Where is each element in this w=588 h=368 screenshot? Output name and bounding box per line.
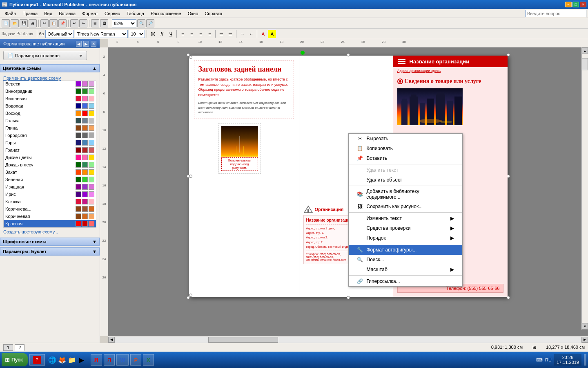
color-scheme-item[interactable]: Закат bbox=[4, 168, 96, 176]
paste-button[interactable]: 📌 bbox=[58, 19, 67, 27]
font-size-select[interactable]: 10 bbox=[129, 30, 145, 38]
color-scheme-item[interactable]: Зеленая bbox=[4, 176, 96, 183]
page-tab-1[interactable]: 1 bbox=[3, 344, 13, 351]
ctx-cut[interactable]: ✂ Вырезать bbox=[349, 134, 462, 144]
sel-bl[interactable] bbox=[189, 294, 192, 297]
sel-ml[interactable] bbox=[189, 175, 192, 178]
color-scheme-item[interactable]: Горы bbox=[4, 139, 96, 146]
menu-service[interactable]: Сервис bbox=[101, 10, 123, 17]
numbered-list-button[interactable]: ☰ bbox=[226, 30, 234, 38]
ctx-copy[interactable]: 📋 Копировать bbox=[349, 144, 462, 153]
scroll-down-button[interactable]: ▼ bbox=[582, 323, 588, 330]
copy-button[interactable]: 📋 bbox=[49, 19, 58, 27]
panel-back-button[interactable]: ◀ bbox=[76, 41, 82, 47]
color-scheme-item[interactable]: Красная bbox=[4, 220, 96, 227]
menu-table[interactable]: Таблица bbox=[123, 10, 147, 17]
menu-file[interactable]: Файл bbox=[2, 10, 19, 17]
font-color-button[interactable]: A bbox=[259, 30, 267, 38]
firefox-icon[interactable]: 🦊 bbox=[58, 356, 66, 364]
taskbar-word[interactable]: W bbox=[116, 354, 129, 366]
color-scheme-item[interactable]: Изящная bbox=[4, 183, 96, 191]
italic-button[interactable]: К bbox=[158, 30, 166, 38]
print-button[interactable]: 🖨 bbox=[29, 19, 37, 27]
font-schemes-section-title[interactable]: Шрифтовые схемы ▼ bbox=[0, 238, 100, 246]
ctx-order[interactable]: Порядок ▶ bbox=[349, 233, 462, 243]
align-left-button[interactable]: ≡ bbox=[178, 30, 187, 38]
ctx-hyperlink[interactable]: 🔗 Гиперссылка... bbox=[349, 276, 462, 286]
minimize-button[interactable]: − bbox=[565, 2, 572, 7]
align-right-button[interactable]: ≡ bbox=[196, 30, 205, 38]
panel-forward-button[interactable]: ▶ bbox=[83, 41, 89, 47]
zoom-select[interactable]: 82% bbox=[112, 19, 136, 27]
ctx-delete-obj[interactable]: Удалить объект bbox=[349, 175, 462, 185]
scroll-right-button[interactable]: ▶ bbox=[581, 337, 588, 343]
taskbar-excel[interactable]: X bbox=[143, 354, 154, 366]
ctx-change-text[interactable]: Изменить текст ▶ bbox=[349, 213, 462, 223]
zoom-in-button[interactable]: 🔍 bbox=[137, 19, 145, 27]
insert-image-button[interactable]: 🖼 bbox=[100, 19, 108, 27]
zoom-out-button[interactable]: 🔎 bbox=[146, 19, 154, 27]
decrease-indent-button[interactable]: ← bbox=[247, 30, 255, 38]
color-scheme-item[interactable]: Коричневая bbox=[4, 213, 96, 220]
ctx-format-autoshape[interactable]: 🔧 Формат автофигуры... bbox=[349, 245, 462, 255]
color-scheme-item[interactable]: Дождь в лесу bbox=[4, 161, 96, 168]
open-button[interactable]: 📂 bbox=[11, 19, 19, 27]
taskbar-yandex[interactable]: Я bbox=[91, 354, 102, 366]
color-scheme-item[interactable]: Водопад bbox=[4, 102, 96, 110]
color-scheme-item[interactable]: Гранат bbox=[4, 146, 96, 154]
menu-arrange[interactable]: Расположение bbox=[147, 10, 185, 17]
color-scheme-item[interactable]: Вишневая bbox=[4, 95, 96, 102]
color-scheme-item[interactable]: Клюква bbox=[4, 198, 96, 205]
color-scheme-item[interactable]: Городская bbox=[4, 132, 96, 139]
page-params-button[interactable]: 📄 Параметры страницы bbox=[3, 51, 87, 60]
scroll-left-button[interactable]: ◀ bbox=[108, 337, 115, 343]
start-button[interactable]: ⊞ Пуск bbox=[2, 353, 28, 366]
ctx-paste[interactable]: 📌 Вставить bbox=[349, 153, 462, 163]
undo-button[interactable]: ↩ bbox=[70, 19, 78, 27]
redo-button[interactable]: ↪ bbox=[79, 19, 87, 27]
color-scheme-item[interactable]: Галька bbox=[4, 117, 96, 124]
menu-edit[interactable]: Правка bbox=[19, 10, 41, 17]
scrollbar-horizontal[interactable]: ◀ ▶ bbox=[108, 336, 588, 343]
explorer-icon[interactable]: 📁 bbox=[68, 356, 76, 364]
page-tab-2[interactable]: 2 bbox=[15, 344, 24, 351]
rotate-handle[interactable] bbox=[301, 51, 305, 55]
color-scheme-item[interactable]: Ирис bbox=[4, 191, 96, 198]
apply-scheme-link[interactable]: Применить цветовую схему bbox=[3, 76, 61, 81]
justify-button[interactable]: ≡ bbox=[205, 30, 214, 38]
style-select[interactable]: Обычный bbox=[45, 30, 74, 38]
help-search-input[interactable] bbox=[525, 10, 586, 17]
taskbar-powerpoint[interactable]: P bbox=[130, 354, 141, 366]
align-center-button[interactable]: ≡ bbox=[187, 30, 196, 38]
menu-view[interactable]: Вид bbox=[41, 10, 56, 17]
increase-indent-button[interactable]: → bbox=[238, 30, 246, 38]
scroll-up-button[interactable]: ▲ bbox=[582, 47, 588, 54]
scrollbar-vertical[interactable]: ▲ ▼ bbox=[581, 47, 588, 330]
color-scheme-item[interactable]: Коричнева... bbox=[4, 205, 96, 213]
ctx-add-library[interactable]: 📚 Добавить в библиотеку содержимого... bbox=[349, 187, 462, 202]
media-icon[interactable]: ▶ bbox=[78, 356, 86, 364]
scroll-h-thumb[interactable] bbox=[208, 337, 278, 343]
sel-tl[interactable] bbox=[189, 56, 192, 59]
ctx-search[interactable]: 🔍 Поиск... bbox=[349, 255, 462, 265]
panel-close-button[interactable]: ✕ bbox=[91, 41, 96, 47]
color-scheme-item[interactable]: Дикие цветы bbox=[4, 154, 96, 161]
underline-button[interactable]: Ч bbox=[167, 30, 175, 38]
cut-button[interactable]: ✂ bbox=[40, 19, 49, 27]
save-button[interactable]: 💾 bbox=[20, 19, 28, 27]
highlight-button[interactable]: A bbox=[268, 30, 276, 38]
ctx-proofing[interactable]: Средства проверки ▶ bbox=[349, 223, 462, 233]
new-button[interactable]: 📄 bbox=[2, 19, 10, 27]
maximize-button[interactable]: □ bbox=[572, 2, 579, 7]
ie-icon[interactable]: 🌐 bbox=[48, 356, 56, 364]
color-schemes-section-title[interactable]: Цветовые схемы ▲ bbox=[0, 64, 100, 72]
insert-table-button[interactable]: ⊞ bbox=[91, 19, 99, 27]
taskbar-publisher[interactable]: P bbox=[29, 354, 45, 366]
booklet-params-section-title[interactable]: Параметры: Буклет ▼ bbox=[0, 247, 100, 256]
ctx-save-as-image[interactable]: 🖼 Сохранить как рисунок... bbox=[349, 202, 462, 211]
menu-help[interactable]: Справка bbox=[201, 10, 225, 17]
font-select[interactable]: Times New Roman bbox=[75, 30, 128, 38]
show-desktop-icon[interactable] bbox=[584, 354, 586, 366]
bold-button[interactable]: Ж bbox=[149, 30, 157, 38]
ctx-zoom[interactable]: Масштаб ▶ bbox=[349, 265, 462, 274]
